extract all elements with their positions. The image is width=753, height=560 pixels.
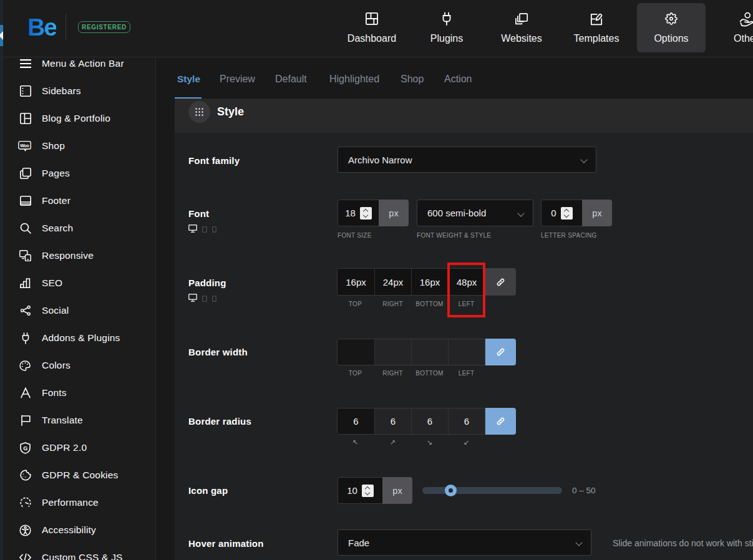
svg-text:G: G — [23, 445, 27, 451]
svg-text:Woo: Woo — [20, 143, 29, 148]
